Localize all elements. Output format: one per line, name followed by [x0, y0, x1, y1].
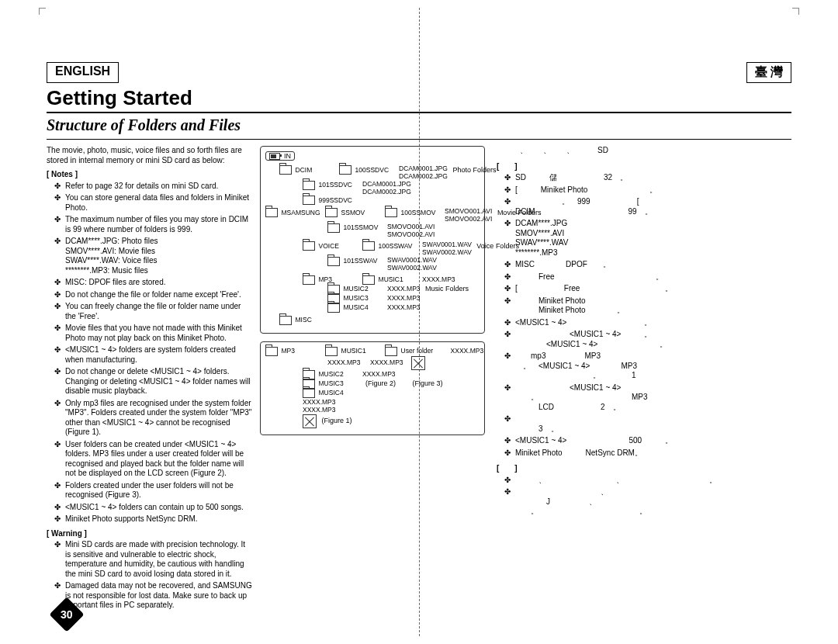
- list-item: Refer to page 32 for details on mini SD …: [54, 182, 252, 192]
- folder-icon: [362, 241, 375, 251]
- list-item: <MUSIC1 ~ 4> 。 MP3 LCD 2 。: [504, 383, 753, 413]
- list-item: <MUSIC1 ~ 4> 。: [504, 318, 753, 328]
- list-item: You can store general data files and fol…: [54, 193, 252, 213]
- list-item: DCAM****.JPG SMOV****.AVI SWAV****.WAV *…: [504, 219, 753, 258]
- list-item: Only mp3 files are recognised under the …: [54, 399, 252, 438]
- list-item: You can freely change the file or folder…: [54, 302, 252, 321]
- list-item: DCAM****.JPG: Photo files SMOV****.AVI: …: [54, 237, 252, 275]
- list-item: User folders can be created under <MUSIC…: [54, 440, 252, 479]
- chinese-column: 、 、 、 SD [ ] SD 儲 32 。[ Miniket Photo 。 …: [497, 146, 753, 613]
- folder-icon: [385, 347, 397, 356]
- mp3-folder-diagram: MP3 MUSIC1 User folder XXXX.MP3 XXXX.MP3…: [260, 341, 485, 436]
- memory-badge: IN: [265, 151, 295, 161]
- list-item: Do not change the file or folder name ex…: [54, 290, 252, 300]
- folder-icon: [279, 165, 292, 175]
- list-item: Movie files that you have not made with …: [54, 324, 252, 343]
- notes-header: Notes: [47, 170, 252, 180]
- folder-icon: [303, 241, 315, 251]
- folder-icon: [265, 208, 278, 217]
- notes-list: Refer to page 32 for details on mini SD …: [47, 182, 252, 525]
- list-item: The maximum number of files you may stor…: [54, 215, 252, 234]
- list-item: SD 儲 32 。: [504, 173, 753, 183]
- english-column: The movie, photo, music, voice files and…: [47, 146, 252, 613]
- list-item: 3 。: [504, 414, 753, 434]
- list-item: <MUSIC1 ~ 4> folders are system folders …: [54, 345, 252, 365]
- list-item: Miniket Photo Miniket Photo 。: [504, 296, 753, 316]
- folder-icon: [327, 257, 340, 266]
- diagram-column: IN DCIM 100SSDVC DCAM0001.JPG DCAM0002.J…: [260, 146, 485, 613]
- invalid-icon: [303, 414, 317, 428]
- list-item: Folders created under the user folders w…: [54, 481, 252, 500]
- list-item: MISC: DPOF files are stored.: [54, 278, 252, 288]
- list-item: Free 。: [504, 272, 753, 282]
- folder-icon: [385, 208, 397, 217]
- invalid-icon: [411, 356, 425, 370]
- list-item: 、 J 、 。 。: [504, 487, 753, 517]
- folder-icon: [303, 196, 315, 205]
- list-item: <MUSIC1 ~ 4> folders can contain up to 5…: [54, 503, 252, 513]
- list-item: 、 、 。: [504, 476, 753, 486]
- list-item: MISC DPOF 。: [504, 260, 753, 270]
- folder-icon: [325, 208, 338, 217]
- list-item: Mini SD cards are made with precision te…: [54, 540, 252, 579]
- folder-icon: [303, 275, 315, 285]
- list-item: <MUSIC1 ~ 4> 。 <MUSIC1 ~ 4> 。: [504, 330, 753, 349]
- list-item: Damaged data may not be recovered, and S…: [54, 581, 252, 611]
- list-item: 。 999 [ DCIM 99 。: [504, 197, 753, 216]
- list-item: Miniket Photo NetSync DRM。: [504, 448, 753, 459]
- intro-text: The movie, photo, music, voice files and…: [47, 146, 252, 165]
- folder-icon: [325, 347, 338, 356]
- list-item: Do not change or delete <MUSIC1 ~ 4> fol…: [54, 367, 252, 396]
- folder-icon: [327, 303, 340, 313]
- folder-icon: [265, 347, 278, 356]
- lang-label-english: ENGLISH: [47, 62, 119, 83]
- list-item: Miniket Photo supports NetSync DRM.: [54, 514, 252, 525]
- folder-icon: [362, 275, 375, 285]
- folder-icon: [339, 165, 351, 175]
- warning-header: Warning: [47, 529, 252, 539]
- folder-icon: [303, 181, 315, 190]
- list-item: <MUSIC1 ~ 4> 500 。: [504, 436, 753, 446]
- lang-label-chinese: 臺 灣: [746, 62, 791, 83]
- warning-list: Mini SD cards are made with precision te…: [47, 540, 252, 611]
- folder-structure-diagram: IN DCIM 100SSDVC DCAM0001.JPG DCAM0002.J…: [260, 146, 485, 334]
- list-item: [ Miniket Photo 。: [504, 185, 753, 196]
- folder-icon: [303, 389, 315, 398]
- list-item: [ Free 。: [504, 284, 753, 294]
- list-item: mp3 MP3 。 <MUSIC1 ~ 4> MP3 。 1: [504, 351, 753, 381]
- folder-icon: [279, 316, 292, 325]
- folder-icon: [327, 223, 340, 233]
